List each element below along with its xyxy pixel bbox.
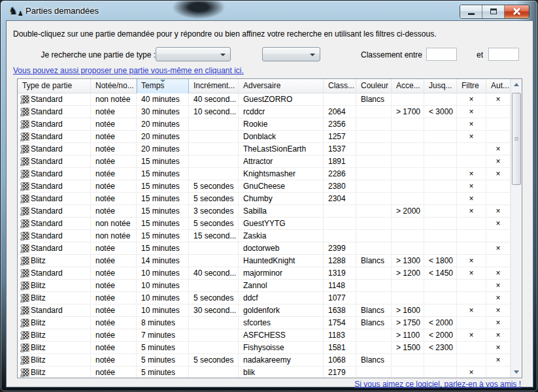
chess-pawn-checkerboard-icon <box>19 119 29 129</box>
propose-game-link[interactable]: Vous pouvez aussi proposer une partie vo… <box>13 66 244 75</box>
cell-rated: notée <box>91 304 137 317</box>
cell-accepts_above <box>392 155 424 168</box>
game-row[interactable]: Standardnotée15 minutesAttractor1891× <box>18 155 511 168</box>
column-header-accepts_below[interactable]: Jusq... <box>424 79 457 93</box>
column-header-rated[interactable]: Notée/no... <box>91 79 137 93</box>
rating-min-input[interactable] <box>426 48 457 61</box>
and-label: et <box>477 50 483 59</box>
share-link[interactable]: Si vous aimez ce logiciel, parlez-en à v… <box>354 380 521 389</box>
titlebar[interactable]: ♞♟ Parties demandées <box>1 1 537 20</box>
game-row[interactable]: Standardnotée15 minutes5 secondesChumby2… <box>18 193 511 205</box>
column-header-time[interactable]: Temps <box>137 79 189 93</box>
game-row[interactable]: Standardnotée10 minutes40 second...major… <box>18 267 511 280</box>
column-header-filter[interactable]: Filtre <box>457 79 486 93</box>
cell-increment: 5 secondes <box>189 193 239 205</box>
column-header-accepts_above[interactable]: Acce... <box>392 79 424 93</box>
rating-max-input[interactable] <box>488 48 519 61</box>
cell-color <box>356 205 392 218</box>
table-header: Type de partieNotée/no...TempsIncrément.… <box>18 79 511 93</box>
close-button[interactable] <box>505 5 529 18</box>
game-row[interactable]: Standardnon notée40 minutes40 second...G… <box>18 93 511 106</box>
cell-increment: 40 second... <box>189 267 239 280</box>
cell-increment <box>189 155 239 168</box>
cell-filter <box>457 354 486 367</box>
game-row[interactable]: Blitznotée14 minutesHauntedKnight1288Bla… <box>18 255 511 267</box>
game-row[interactable]: Blitznotée8 minutessfcortes1754Blancs> 1… <box>18 317 511 329</box>
cell-filter <box>457 317 486 329</box>
cell-opponent: Zannol <box>239 280 324 292</box>
game-row[interactable]: Standardnotée15 minutesKnightsmasher2286… <box>18 168 511 180</box>
cell-auto: × <box>486 242 511 255</box>
game-row[interactable]: Standardnotée20 minutesDonblack1257× <box>18 131 511 143</box>
chess-pawn-checkerboard-icon <box>19 243 29 253</box>
column-header-rating[interactable]: Class... <box>324 79 356 93</box>
game-row[interactable]: Standardnotée30 minutes10 second...rcddc… <box>18 106 511 118</box>
cell-rating: 2380 <box>324 180 356 193</box>
cell-opponent: nadakareemy <box>239 354 324 367</box>
cell-rating: 2356 <box>324 118 356 131</box>
chess-pawn-checkerboard-icon <box>19 131 29 142</box>
game-row[interactable]: Blitznotée5 minutes5 secondesnadakareemy… <box>18 354 511 367</box>
cell-type: Standard <box>18 193 91 205</box>
cell-filter: × <box>457 267 486 280</box>
game-subtype-select[interactable] <box>262 47 320 61</box>
vertical-scrollbar[interactable] <box>511 79 522 378</box>
chess-pawn-checkerboard-icon <box>19 330 29 340</box>
cell-filter <box>457 155 486 168</box>
cell-opponent: rcddcr <box>239 106 324 118</box>
scrollbar-thumb[interactable] <box>512 93 521 185</box>
column-header-label: Incrément... <box>193 81 235 90</box>
game-row[interactable]: Standardnon notée15 minutes5 secondesGue… <box>18 218 511 230</box>
cell-color <box>356 267 392 280</box>
column-header-opponent[interactable]: Adversaire <box>239 79 324 93</box>
cell-rated: notée <box>91 131 137 143</box>
cell-filter <box>457 143 486 155</box>
cell-opponent: Chumby <box>239 193 324 205</box>
scroll-up-button[interactable] <box>511 79 522 90</box>
cell-increment: 5 secondes <box>189 354 239 367</box>
cell-auto <box>486 255 511 267</box>
scroll-down-button[interactable] <box>511 367 522 378</box>
game-row[interactable]: Standardnotée10 minutes30 second...golde… <box>18 304 511 317</box>
game-row[interactable]: Blitznotée7 minutesASFCHESS1183> 1100< 2… <box>18 329 511 342</box>
type-filter-label: Je recherche une partie de type : <box>33 50 156 59</box>
column-header-auto[interactable]: Aut... <box>486 79 511 93</box>
game-type-label: Standard <box>31 218 63 229</box>
cell-time: 15 minutes <box>137 218 189 230</box>
game-row[interactable]: Standardnotée15 minutesdoctorweb2399× <box>18 242 511 255</box>
game-row[interactable]: Blitznotée5 minutesFishysoisse1581> 1500… <box>18 342 511 354</box>
column-header-type[interactable]: Type de partie <box>18 79 91 93</box>
cell-time: 15 minutes <box>137 180 189 193</box>
game-row[interactable]: Blitznotée10 minutesZannol1148× <box>18 280 511 292</box>
cell-filter: × <box>457 106 486 118</box>
cell-accepts_below <box>424 292 457 304</box>
cell-rating: 1581 <box>324 342 356 354</box>
cell-auto <box>486 367 511 378</box>
column-header-color[interactable]: Couleur <box>356 79 392 93</box>
cell-auto: × <box>486 155 511 168</box>
cell-type: Standard <box>18 155 91 168</box>
cell-color <box>356 230 392 242</box>
cell-auto <box>486 106 511 118</box>
cell-accepts_below: < 3000 <box>424 106 457 118</box>
cell-color <box>356 168 392 180</box>
game-row[interactable]: Standardnon notée15 minutes15 second...Z… <box>18 230 511 242</box>
cell-color <box>356 242 392 255</box>
game-row[interactable]: Standardnotée15 minutes5 secondesGnuChee… <box>18 180 511 193</box>
game-row[interactable]: Standardnotée20 minutesRookie2356× <box>18 118 511 131</box>
game-row[interactable]: Standardnotée20 minutesTheLastSionEarth1… <box>18 143 511 155</box>
cell-time: 5 minutes <box>137 354 189 367</box>
chess-pawn-checkerboard-icon <box>19 106 29 117</box>
cell-accepts_above <box>392 242 424 255</box>
game-type-label: Standard <box>31 180 63 192</box>
game-row[interactable]: Standardnotée15 minutes3 secondesSabilla… <box>18 205 511 218</box>
game-row[interactable]: Blitznotée10 minutes5 secondesddcf1077× <box>18 292 511 304</box>
game-type-select[interactable] <box>156 47 231 61</box>
column-header-increment[interactable]: Incrément... <box>189 79 239 93</box>
cell-accepts_below <box>424 218 457 230</box>
cell-time: 40 minutes <box>137 93 189 106</box>
maximize-button[interactable] <box>482 5 505 18</box>
game-row[interactable]: Blitznotée5 minutesblik2179× <box>18 367 511 378</box>
cell-accepts_below <box>424 155 457 168</box>
minimize-button[interactable] <box>460 5 482 18</box>
